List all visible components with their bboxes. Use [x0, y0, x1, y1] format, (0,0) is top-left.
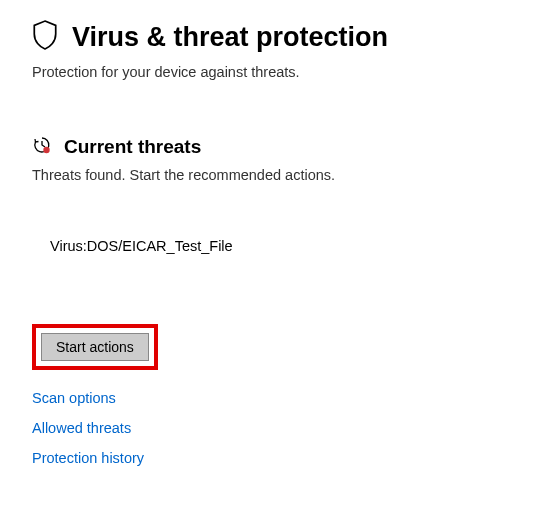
- current-threats-title: Current threats: [64, 136, 201, 158]
- current-threats-subtitle: Threats found. Start the recommended act…: [32, 167, 528, 183]
- shield-icon: [32, 20, 58, 54]
- current-threats-header: Current threats: [32, 135, 528, 159]
- page-subtitle: Protection for your device against threa…: [32, 64, 528, 80]
- start-actions-button[interactable]: Start actions: [41, 333, 149, 361]
- protection-history-link[interactable]: Protection history: [32, 450, 528, 466]
- page-header: Virus & threat protection: [32, 20, 528, 54]
- scan-options-link[interactable]: Scan options: [32, 390, 528, 406]
- link-list: Scan options Allowed threats Protection …: [32, 390, 528, 466]
- highlight-annotation: Start actions: [32, 324, 158, 370]
- threat-item: Virus:DOS/EICAR_Test_File: [50, 238, 528, 254]
- allowed-threats-link[interactable]: Allowed threats: [32, 420, 528, 436]
- threat-history-icon: [32, 135, 52, 159]
- page-title: Virus & threat protection: [72, 22, 388, 53]
- svg-point-0: [43, 147, 49, 153]
